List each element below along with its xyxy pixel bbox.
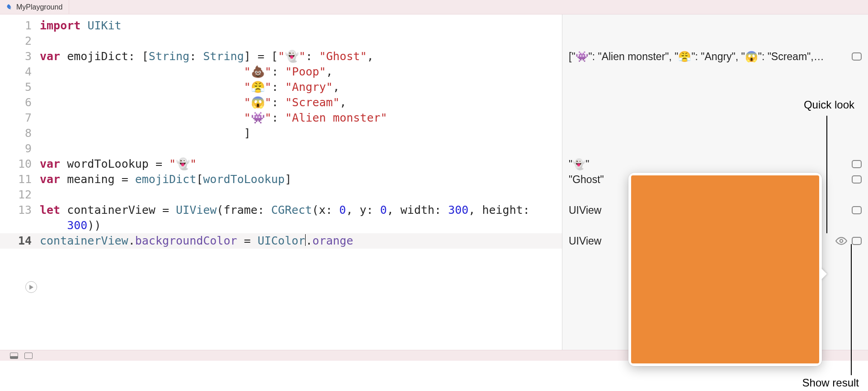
line-number: 13 xyxy=(0,203,40,218)
line-number: 14 xyxy=(0,233,40,249)
line-number: 2 xyxy=(0,33,40,49)
toggle-variables-view-icon[interactable] xyxy=(24,353,33,359)
run-button[interactable] xyxy=(25,281,37,293)
result-row: "👻" xyxy=(569,156,862,172)
line-number: 8 xyxy=(0,126,40,141)
code-line[interactable]: 12 xyxy=(0,187,562,203)
swift-file-icon xyxy=(5,3,13,11)
tab-bar: MyPlayground xyxy=(0,0,868,14)
uiview-preview xyxy=(631,175,819,363)
line-number: 11 xyxy=(0,172,40,187)
popover-arrow xyxy=(821,268,827,280)
code-line[interactable]: 5 "😤": "Angry", xyxy=(0,80,562,95)
code-line[interactable]: 9 xyxy=(0,141,562,156)
line-number: 3 xyxy=(0,49,40,64)
show-result-icon[interactable] xyxy=(852,237,862,245)
show-result-icon[interactable] xyxy=(852,52,862,61)
code-line[interactable]: 300)) xyxy=(0,218,562,233)
code-line[interactable]: 10 var wordToLookup = "👻" xyxy=(0,156,562,172)
line-number: 4 xyxy=(0,64,40,80)
show-result-icon[interactable] xyxy=(852,175,862,184)
code-line[interactable]: 2 xyxy=(0,33,562,49)
code-line[interactable]: 4 "💩": "Poop", xyxy=(0,64,562,80)
line-number: 5 xyxy=(0,80,40,95)
tab-myplayground[interactable]: MyPlayground xyxy=(0,0,69,14)
code-line[interactable]: 7 "👾": "Alien monster" xyxy=(0,110,562,126)
annotation-line xyxy=(851,244,852,375)
svg-point-0 xyxy=(840,240,843,243)
code-editor[interactable]: 1 import UIKit 2 3 var emojiDict: [Strin… xyxy=(0,14,562,350)
main-split: 1 import UIKit 2 3 var emojiDict: [Strin… xyxy=(0,14,868,350)
code-line[interactable]: 8 ] xyxy=(0,126,562,141)
code-line-current[interactable]: 14 containerView.backgroundColor = UICol… xyxy=(0,233,562,249)
code-line[interactable]: 3 var emojiDict: [String: String] = ["👻"… xyxy=(0,49,562,64)
result-value: "👻" xyxy=(569,158,852,170)
line-number xyxy=(0,218,40,233)
line-number: 1 xyxy=(0,18,40,33)
toggle-debug-area-icon[interactable] xyxy=(10,353,18,359)
run-button-row xyxy=(0,249,562,324)
code-line[interactable]: 6 "😱": "Scream", xyxy=(0,95,562,110)
result-value: ["👾": "Alien monster", "😤": "Angry", "😱"… xyxy=(569,51,852,63)
quick-look-icon[interactable] xyxy=(835,235,847,247)
line-number: 12 xyxy=(0,187,40,203)
line-number: 7 xyxy=(0,110,40,126)
code-line[interactable]: 1 import UIKit xyxy=(0,18,562,33)
result-row: ["👾": "Alien monster", "😤": "Angry", "😱"… xyxy=(569,49,862,64)
show-result-icon[interactable] xyxy=(852,160,862,168)
tab-title: MyPlayground xyxy=(16,3,62,11)
line-number: 10 xyxy=(0,156,40,172)
code-line[interactable]: 11 var meaning = emojiDict[wordToLookup] xyxy=(0,172,562,187)
code-line[interactable]: 13 let containerView = UIView(frame: CGR… xyxy=(0,203,562,218)
annotation-quicklook: Quick look xyxy=(804,99,854,111)
show-result-icon[interactable] xyxy=(852,206,862,214)
quick-look-popover xyxy=(628,173,822,366)
line-number: 6 xyxy=(0,95,40,110)
annotation-showresult: Show result xyxy=(802,377,859,389)
annotation-line xyxy=(826,116,827,233)
line-number: 9 xyxy=(0,141,40,156)
